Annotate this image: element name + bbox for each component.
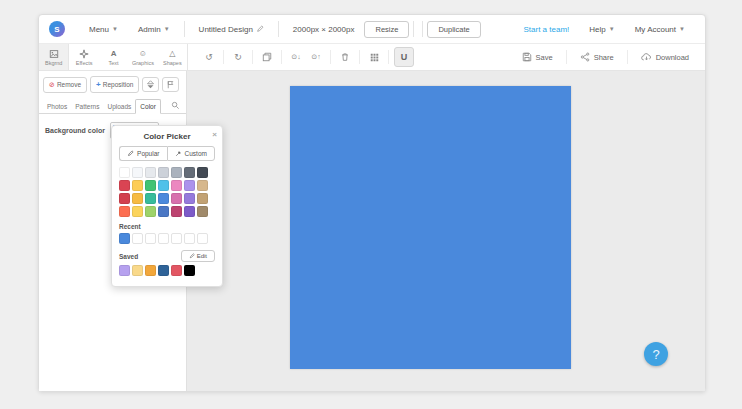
flag-icon (166, 80, 175, 89)
color-swatch[interactable] (171, 265, 182, 276)
empty-color-swatch[interactable] (158, 233, 169, 244)
empty-color-swatch[interactable] (171, 233, 182, 244)
tab-uploads[interactable]: Uploads (103, 100, 135, 113)
editor-toolbar: Bkgrnd Effects A Text ☺ Graphics (39, 44, 705, 71)
color-swatch[interactable] (119, 180, 130, 191)
reposition-button[interactable]: + Reposition (90, 76, 139, 93)
color-picker-title-text: Color Picker (143, 132, 190, 141)
popular-tab[interactable]: Popular (119, 146, 167, 161)
saved-label: Saved (119, 253, 138, 260)
color-swatch[interactable] (197, 206, 208, 217)
custom-tab[interactable]: Custom (167, 146, 216, 161)
color-swatch[interactable] (171, 193, 182, 204)
tool-graphics-button[interactable]: ☺ Graphics (128, 44, 157, 70)
app-logo[interactable]: S (49, 21, 65, 37)
history-group: ↺ ↻ ⊙↓ ⊙↑ (200, 44, 414, 70)
flag-button[interactable] (162, 77, 179, 92)
tool-shapes-button[interactable]: △ Shapes (158, 44, 187, 70)
color-swatch[interactable] (145, 167, 156, 178)
start-team-link[interactable]: Start a team! (513, 25, 579, 34)
search-icon[interactable] (169, 98, 182, 113)
color-swatch[interactable] (145, 193, 156, 204)
bring-forward-button[interactable]: ⊙↑ (307, 48, 325, 66)
color-swatch[interactable] (119, 167, 130, 178)
palette-row (119, 193, 215, 204)
duplicate-button[interactable]: Duplicate (427, 21, 480, 38)
color-swatch[interactable] (184, 167, 195, 178)
color-swatch[interactable] (145, 265, 156, 276)
color-swatch[interactable] (132, 206, 143, 217)
color-swatch[interactable] (119, 233, 130, 244)
empty-color-swatch[interactable] (132, 233, 143, 244)
color-swatch[interactable] (158, 265, 169, 276)
divider (223, 50, 224, 64)
admin-dropdown[interactable]: Admin ▼ (128, 25, 180, 34)
empty-color-swatch[interactable] (145, 233, 156, 244)
delete-button[interactable] (336, 48, 354, 66)
copy-button[interactable] (258, 48, 276, 66)
color-swatch[interactable] (184, 193, 195, 204)
pencil-icon (189, 253, 195, 259)
empty-color-swatch[interactable] (184, 233, 195, 244)
color-swatch[interactable] (158, 206, 169, 217)
download-button[interactable]: Download (631, 52, 699, 62)
color-swatch[interactable] (184, 206, 195, 217)
tab-patterns[interactable]: Patterns (71, 100, 103, 113)
picker-tab-group: Popular Custom (119, 146, 215, 161)
color-swatch[interactable] (197, 193, 208, 204)
resize-button[interactable]: Resize (364, 21, 409, 38)
editor-body: ⊘ Remove + Reposition (39, 71, 705, 391)
pencil-icon[interactable] (256, 25, 264, 33)
send-backward-button[interactable]: ⊙↓ (287, 48, 305, 66)
redo-icon: ↻ (234, 52, 242, 62)
tool-background-button[interactable]: Bkgrnd (39, 44, 69, 70)
close-icon[interactable]: × (212, 130, 217, 139)
color-swatch[interactable] (132, 265, 143, 276)
help-fab-button[interactable]: ? (644, 342, 668, 366)
color-swatch[interactable] (158, 193, 169, 204)
color-swatch[interactable] (119, 193, 130, 204)
color-swatch[interactable] (145, 180, 156, 191)
color-swatch[interactable] (171, 206, 182, 217)
color-swatch[interactable] (119, 206, 130, 217)
asset-tabs: Photos Patterns Uploads Color (39, 97, 186, 114)
color-swatch[interactable] (197, 180, 208, 191)
color-swatch[interactable] (184, 180, 195, 191)
remove-background-button[interactable]: ⊘ Remove (43, 77, 87, 93)
layer-down-icon: ⊙↓ (291, 53, 300, 61)
share-button[interactable]: Share (570, 52, 624, 62)
color-swatch[interactable] (132, 180, 143, 191)
color-swatch[interactable] (171, 180, 182, 191)
tab-color[interactable]: Color (135, 99, 161, 114)
menu-label: Menu (89, 25, 109, 34)
design-title[interactable]: Untitled Design (189, 25, 274, 34)
edit-saved-button[interactable]: Edit (181, 250, 215, 262)
color-swatch[interactable] (132, 167, 143, 178)
pencil-icon (127, 150, 134, 157)
tool-text-button[interactable]: A Text (99, 44, 128, 70)
color-swatch[interactable] (119, 265, 130, 276)
color-swatch[interactable] (171, 167, 182, 178)
color-swatch[interactable] (145, 206, 156, 217)
snap-toggle-button[interactable]: U (394, 47, 414, 67)
my-account-dropdown[interactable]: My Account ▼ (625, 25, 695, 34)
flip-vertical-button[interactable] (142, 77, 159, 92)
menu-dropdown[interactable]: Menu ▼ (79, 25, 128, 34)
save-button[interactable]: Save (512, 52, 563, 62)
empty-color-swatch[interactable] (197, 233, 208, 244)
help-dropdown[interactable]: Help ▼ (579, 25, 624, 34)
saved-row (119, 265, 215, 276)
artboard[interactable] (290, 86, 571, 369)
color-swatch[interactable] (158, 167, 169, 178)
undo-button[interactable]: ↺ (200, 48, 218, 66)
layer-up-icon: ⊙↑ (311, 53, 320, 61)
color-swatch[interactable] (158, 180, 169, 191)
tool-effects-button[interactable]: Effects (69, 44, 98, 70)
grid-button[interactable] (365, 48, 383, 66)
color-swatch[interactable] (132, 193, 143, 204)
tab-photos[interactable]: Photos (43, 100, 71, 113)
color-swatch[interactable] (184, 265, 195, 276)
redo-button[interactable]: ↻ (229, 48, 247, 66)
chevron-down-icon: ▼ (609, 26, 615, 32)
color-swatch[interactable] (197, 167, 208, 178)
